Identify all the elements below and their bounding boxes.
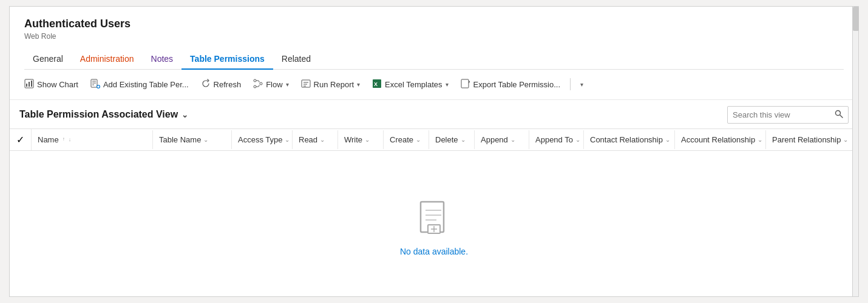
view-title-text: Table Permission Associated View — [19, 109, 178, 120]
write-chevron-icon: ⌄ — [365, 136, 370, 143]
parent-rel-chevron-icon: ⌄ — [843, 136, 848, 143]
search-button[interactable] — [830, 107, 848, 123]
empty-state: No data available. — [10, 151, 858, 293]
scrollbar-track[interactable] — [852, 7, 858, 296]
add-existing-label: Add Existing Table Per... — [103, 80, 189, 89]
tab-related[interactable]: Related — [273, 49, 319, 70]
tab-table-permissions[interactable]: Table Permissions — [181, 49, 273, 70]
account-rel-chevron-icon: ⌄ — [758, 136, 762, 143]
column-name-label: Name — [38, 135, 59, 144]
show-chart-icon — [24, 79, 34, 90]
run-report-icon — [301, 79, 311, 90]
column-append-label: Append — [481, 135, 508, 144]
refresh-button[interactable]: Refresh — [196, 76, 246, 93]
column-create-label: Create — [390, 135, 413, 144]
read-chevron-icon: ⌄ — [320, 136, 325, 143]
search-box — [727, 106, 849, 124]
svg-point-11 — [254, 79, 256, 82]
column-table-label: Table Name — [159, 135, 201, 144]
flow-button[interactable]: Flow ▾ — [248, 76, 293, 93]
view-header: Table Permission Associated View ⌄ — [10, 100, 858, 128]
contact-rel-chevron-icon: ⌄ — [665, 136, 670, 143]
name-sort-icons: ↑ — [63, 137, 65, 142]
access-type-chevron-icon: ⌄ — [285, 136, 290, 143]
card-header: Authenticated Users Web Role General Adm… — [10, 7, 858, 70]
checkmark-icon: ✓ — [16, 134, 24, 145]
export-table-button[interactable]: Export Table Permissio... — [456, 76, 566, 93]
column-read[interactable]: Read ⌄ — [293, 130, 338, 149]
main-card: Authenticated Users Web Role General Adm… — [9, 6, 859, 297]
column-name[interactable]: Name ↑ ↓ — [32, 130, 153, 149]
empty-state-icon — [415, 199, 453, 238]
column-delete[interactable]: Delete ⌄ — [429, 130, 475, 149]
svg-line-23 — [840, 115, 843, 118]
show-chart-button[interactable]: Show Chart — [19, 76, 83, 93]
column-append-to[interactable]: Append To ⌄ — [529, 130, 584, 149]
column-write[interactable]: Write ⌄ — [338, 130, 384, 149]
create-chevron-icon: ⌄ — [416, 136, 421, 143]
delete-chevron-icon: ⌄ — [461, 136, 466, 143]
svg-rect-20 — [461, 79, 469, 88]
column-contact-rel[interactable]: Contact Relationship ⌄ — [584, 130, 675, 149]
table-name-chevron-icon: ⌄ — [203, 136, 208, 143]
svg-rect-1 — [26, 84, 27, 87]
excel-chevron-icon: ▾ — [446, 81, 449, 88]
excel-templates-label: Excel Templates — [385, 80, 442, 89]
more-options-button[interactable]: ▾ — [575, 78, 588, 91]
more-chevron-icon: ▾ — [580, 81, 583, 88]
run-report-chevron-icon: ▾ — [357, 81, 360, 88]
table-header: ✓ Name ↑ ↓ Table Name ⌄ Access Type ⌄ Re… — [10, 128, 858, 151]
add-existing-button[interactable]: Add Existing Table Per... — [86, 76, 194, 93]
column-contact-rel-label: Contact Relationship — [590, 135, 663, 144]
flow-icon — [253, 79, 263, 90]
svg-point-12 — [260, 82, 262, 85]
tabs-container: General Administration Notes Table Permi… — [24, 49, 844, 70]
scrollbar-thumb[interactable] — [853, 7, 859, 31]
column-append-to-label: Append To — [535, 135, 573, 144]
refresh-label: Refresh — [214, 80, 242, 89]
svg-rect-2 — [29, 82, 30, 87]
column-access-label: Access Type — [238, 135, 282, 144]
tab-general[interactable]: General — [24, 49, 72, 70]
svg-point-22 — [836, 110, 841, 115]
record-title: Authenticated Users — [24, 18, 844, 31]
refresh-icon — [201, 79, 211, 90]
export-icon — [461, 79, 470, 90]
column-parent-rel[interactable]: Parent Relationship ⌄ — [766, 130, 857, 149]
append-to-chevron-icon: ⌄ — [575, 136, 580, 143]
column-table-name[interactable]: Table Name ⌄ — [153, 130, 232, 149]
tab-administration[interactable]: Administration — [72, 49, 143, 70]
column-account-rel[interactable]: Account Relationship ⌄ — [675, 130, 766, 149]
run-report-label: Run Report — [314, 80, 354, 89]
select-all-column[interactable]: ✓ — [10, 129, 32, 150]
column-access-type[interactable]: Access Type ⌄ — [232, 130, 293, 149]
column-account-rel-label: Account Relationship — [681, 135, 755, 144]
column-delete-label: Delete — [435, 135, 458, 144]
column-append[interactable]: Append ⌄ — [475, 130, 529, 149]
record-subtitle: Web Role — [24, 32, 844, 41]
excel-icon: X — [372, 79, 382, 90]
empty-state-text: No data available. — [400, 247, 468, 256]
run-report-button[interactable]: Run Report ▾ — [296, 76, 365, 93]
show-chart-label: Show Chart — [37, 80, 78, 89]
toolbar-separator — [570, 78, 571, 90]
tab-notes[interactable]: Notes — [143, 49, 182, 70]
flow-chevron-icon: ▾ — [286, 81, 289, 88]
name-sort-down-icon: ↓ — [69, 137, 72, 142]
export-table-label: Export Table Permissio... — [473, 80, 561, 89]
column-read-label: Read — [299, 135, 317, 144]
svg-rect-3 — [31, 81, 32, 87]
view-title[interactable]: Table Permission Associated View ⌄ — [19, 109, 188, 120]
add-existing-icon — [90, 79, 100, 90]
flow-label: Flow — [266, 80, 282, 89]
svg-text:X: X — [374, 81, 378, 87]
search-input[interactable] — [728, 107, 830, 122]
view-title-chevron-icon: ⌄ — [181, 110, 188, 119]
excel-templates-button[interactable]: X Excel Templates ▾ — [367, 76, 453, 93]
svg-point-13 — [254, 85, 256, 88]
column-parent-rel-label: Parent Relationship — [772, 135, 841, 144]
append-chevron-icon: ⌄ — [510, 136, 515, 143]
column-write-label: Write — [344, 135, 362, 144]
toolbar: Show Chart Add Existing Table Per... — [10, 70, 858, 100]
column-create[interactable]: Create ⌄ — [384, 130, 429, 149]
